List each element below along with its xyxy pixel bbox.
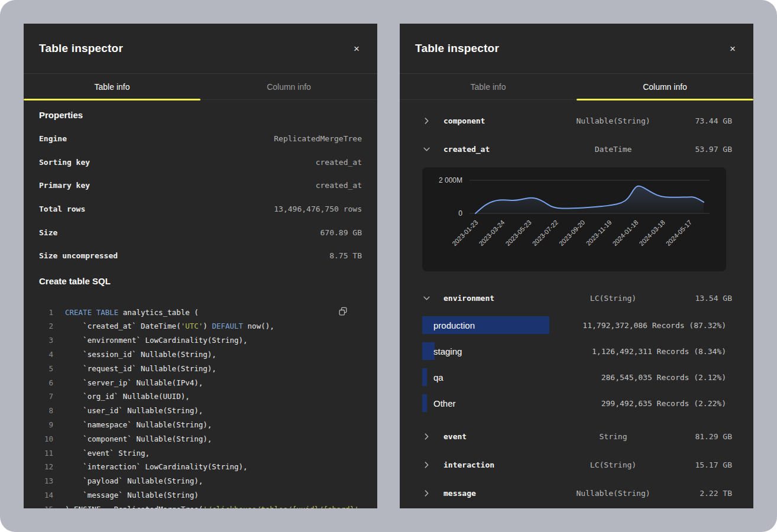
property-row: Size670.89 GB [39,220,362,244]
code-line: 11 `event` String, [39,446,362,460]
code-token: `created_at` DateTime( [65,319,181,333]
code-token: `environment` LowCardinality(String), [65,333,248,348]
column-row-interaction[interactable]: interaction LC(String) 15.17 GB [400,450,753,479]
tab-column-info[interactable]: Column info [577,74,753,99]
line-number: 2 [39,319,53,333]
chevron-right-icon [423,433,443,440]
code-token: `request_id` Nullable(String), [65,362,216,376]
property-row: EngineReplicatedMergeTree [39,127,362,151]
code-token: `event` String, [65,446,150,460]
chevron-right-icon [423,118,443,124]
env-value-label: production [433,320,475,330]
line-number: 3 [39,333,53,348]
column-row-environment[interactable]: environment LC(String) 13.54 GB [400,284,753,312]
env-value-label: staging [433,346,462,356]
code-token: `interaction` LowCardinality(String), [65,460,248,474]
line-number: 9 [39,418,53,432]
column-size: 15.17 GB [671,460,732,469]
env-value-label: qa [433,372,443,382]
property-value: created_at [316,158,362,167]
svg-text:2023-07-22: 2023-07-22 [531,219,559,247]
column-row-event[interactable]: event String 81.29 GB [400,422,753,450]
env-value-row-qa: qa 286,545,035 Records (2.12%) [400,364,753,390]
code-line: 9 `namespace` Nullable(String), [39,418,362,432]
column-row-message[interactable]: message Nullable(String) 2.22 TB [400,479,753,507]
line-number: 5 [39,362,53,376]
env-value-records: 299,492,635 Records (2.22%) [601,399,726,408]
svg-text:2023-03-24: 2023-03-24 [477,219,506,247]
tab-label: Table info [95,82,130,92]
env-value-row-other: Other 299,492,635 Records (2.22%) [400,390,753,416]
close-icon: × [730,43,736,54]
line-number: 15 [39,502,53,508]
column-row-component[interactable]: component Nullable(String) 73.44 GB [400,106,753,135]
column-name: component [443,116,556,125]
line-number: 13 [39,474,53,488]
table-info-content: Properties EngineReplicatedMergeTree Sor… [24,109,377,508]
column-type: Nullable(String) [556,116,671,125]
tab-label: Column info [267,82,311,92]
chevron-right-icon [423,490,443,497]
code-token: CREATE TABLE [65,306,118,320]
property-label: Total rows [39,205,85,213]
line-number: 1 [39,306,53,320]
line-number: 11 [39,446,53,460]
svg-text:2023-11-19: 2023-11-19 [585,219,613,247]
code-token: now(), [243,319,274,333]
env-value-label: Other [433,398,456,408]
properties-list: EngineReplicatedMergeTree Sorting keycre… [39,127,362,268]
column-size: 81.29 GB [671,432,732,441]
svg-text:0: 0 [458,209,462,218]
column-name: environment [443,294,556,303]
line-number: 8 [39,404,53,418]
code-token: `component` Nullable(String), [65,432,212,446]
tab-column-info[interactable]: Column info [200,74,377,99]
code-token: '/clickhouse/tables/{uuid}/{shard}' [203,502,358,508]
copy-icon [337,306,349,317]
property-value: ReplicatedMergeTree [274,134,362,143]
property-value: 8.75 TB [329,251,362,260]
line-number: 10 [39,432,53,446]
create-table-sql-heading: Create table SQL [39,275,362,288]
column-size: 2.22 TB [671,489,732,498]
close-button[interactable]: × [351,41,362,56]
svg-text:2 000M: 2 000M [439,176,462,184]
code-line: 6 `server_ip` Nullable(IPv4), [39,376,362,390]
env-value-records: 11,792,372,086 Records (87.32%) [582,321,726,330]
code-token: ) [203,319,212,333]
svg-text:2023-05-23: 2023-05-23 [504,219,533,247]
code-token: `org_id` Nullable(UUID), [65,390,190,404]
close-button[interactable]: × [727,41,738,56]
created-at-distribution-chart: 2 000M02023-01-232023-03-242023-05-23202… [422,167,726,271]
code-token: `namespace` Nullable(String), [65,418,212,432]
env-value-records: 1,126,492,311 Records (8.34%) [592,347,726,356]
property-row: Size uncompressed8.75 TB [39,244,362,268]
code-line: 1CREATE TABLE analytics_table ( [39,306,362,320]
env-value-row-staging: staging 1,126,492,311 Records (8.34%) [400,338,753,364]
tab-label: Column info [643,82,687,92]
column-row-created-at[interactable]: created_at DateTime 53.97 GB [400,135,753,163]
property-row: Primary keycreated_at [39,174,362,197]
tab-table-info[interactable]: Table info [400,74,577,99]
code-token: `session_id` Nullable(String), [65,348,216,362]
copy-button[interactable] [336,306,350,320]
column-name: created_at [443,145,556,154]
property-value: 670.89 GB [320,228,362,237]
property-value: created_at [316,181,362,190]
env-bar [422,394,427,412]
env-value-records: 286,545,035 Records (2.12%) [601,373,726,382]
code-token: 'UTC' [181,319,203,333]
line-number: 4 [39,348,53,362]
column-type: LC(String) [556,460,671,469]
column-name: message [443,489,556,498]
svg-text:2024-01-18: 2024-01-18 [611,219,639,247]
chevron-down-icon [423,295,443,301]
tab-table-info[interactable]: Table info [24,74,200,99]
code-line: 15) ENGINE = ReplicatedMergeTree('/click… [39,502,362,508]
property-label: Sorting key [39,158,90,167]
column-name: event [443,432,556,441]
close-icon: × [354,43,360,54]
env-bar [422,342,435,360]
backdrop: Table inspector × Table info Column info… [0,0,777,532]
env-value-row-production: production 11,792,372,086 Records (87.32… [400,312,753,338]
